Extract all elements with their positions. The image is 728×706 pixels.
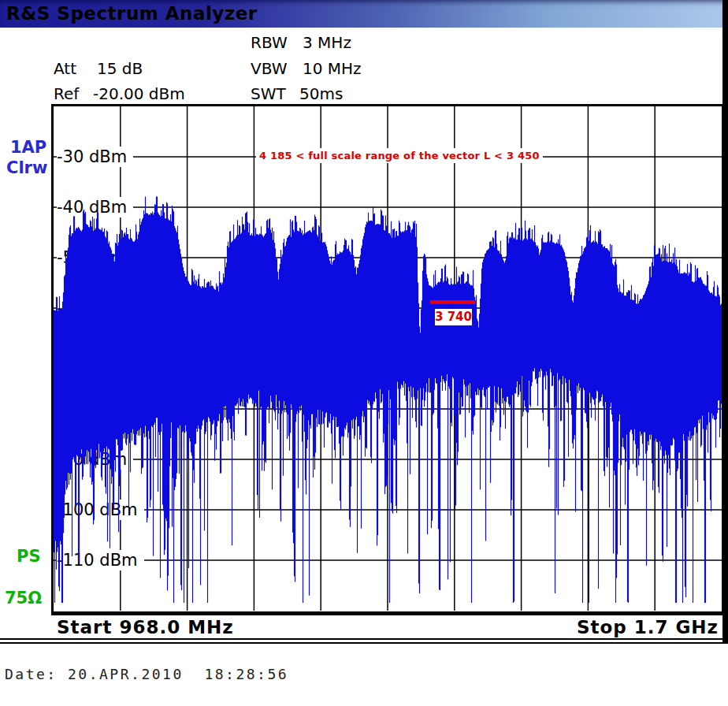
marker-value-box: 3 740: [435, 309, 472, 325]
overlay-annotation: 4 185 < full scale range of the vector L…: [256, 148, 543, 163]
marker-line: [430, 300, 476, 304]
att-label: Att: [54, 59, 76, 78]
swt-label: SWT: [251, 84, 286, 103]
date-line: Date: 20.APR.2010 18:28:56: [5, 666, 288, 682]
app-title: R&S Spectrum Analyzer: [6, 3, 258, 24]
x-axis-start-label: Start 968.0 MHz: [57, 617, 234, 637]
right-border-strip: [722, 0, 728, 644]
separator-double-line: [0, 638, 728, 644]
att-value: 15 dB: [97, 59, 143, 78]
ref-value: -20.00 dBm: [93, 84, 185, 103]
vbw-label: VBW: [251, 59, 287, 78]
swt-value: 50ms: [299, 84, 343, 103]
ref-label: Ref: [54, 84, 79, 103]
trace-path: [54, 196, 722, 603]
title-bar: R&S Spectrum Analyzer: [0, 0, 723, 28]
rbw-value: 3 MHz: [303, 33, 351, 52]
trace-mode-label: Clrw: [6, 158, 47, 177]
preamp-label: PS: [17, 547, 41, 566]
spectrum-analyzer-screen: R&S Spectrum Analyzer Att 15 dB Ref -20.…: [0, 0, 728, 706]
trace-detector-label: 1AP: [10, 138, 46, 157]
rbw-label: RBW: [251, 33, 288, 52]
x-axis-stop-label: Stop 1.7 GHz: [577, 617, 719, 637]
vbw-value: 10 MHz: [303, 59, 362, 78]
spectrum-trace: [54, 106, 722, 611]
impedance-label: 75Ω: [5, 589, 42, 608]
plot-area: -30 dBm-40 dBm-50 dBm-60 dBm-70 dBm-80 d…: [54, 106, 722, 611]
